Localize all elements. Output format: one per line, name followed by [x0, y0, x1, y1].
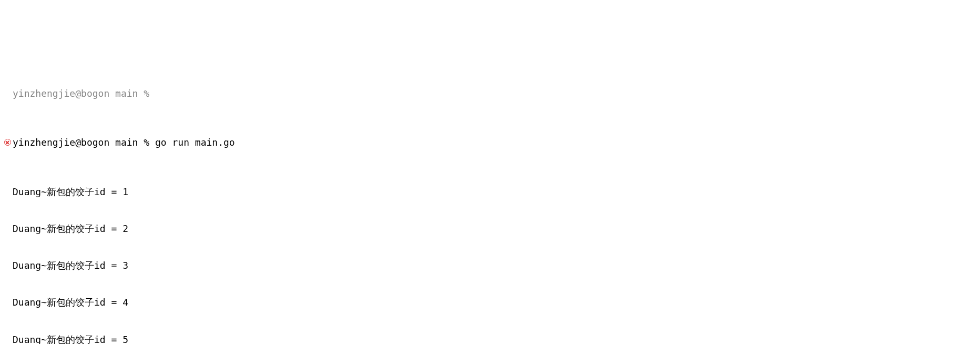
- output-text: Duang~新包的饺子id = 2: [13, 222, 980, 235]
- truncated-previous-line: yinzhengjie@bogon main %: [2, 87, 980, 99]
- prompt-symbol: %: [144, 137, 149, 148]
- error-status-icon: [4, 139, 11, 146]
- output-text: Duang~新包的饺子id = 4: [13, 296, 980, 308]
- output-line: Duang~新包的饺子id = 3: [2, 259, 980, 271]
- output-text: Duang~新包的饺子id = 1: [13, 186, 980, 198]
- command-text: go run main.go: [155, 137, 235, 148]
- output-line: Duang~新包的饺子id = 1: [2, 186, 980, 198]
- prev-text: yinzhengjie@bogon main %: [13, 87, 980, 99]
- prompt-line-1: yinzhengjie@bogon main % go run main.go: [2, 136, 980, 148]
- terminal-output[interactable]: yinzhengjie@bogon main % yinzhengjie@bog…: [0, 50, 980, 344]
- output-line: Duang~新包的饺子id = 4: [2, 296, 980, 308]
- prompt-user-host: yinzhengjie@bogon: [13, 137, 109, 148]
- output-text: Duang~新包的饺子id = 5: [13, 333, 980, 344]
- output-line: Duang~新包的饺子id = 5: [2, 333, 980, 344]
- prompt-dir: main: [115, 137, 138, 148]
- output-line: Duang~新包的饺子id = 2: [2, 222, 980, 235]
- status-gutter: [2, 136, 13, 148]
- output-text: Duang~新包的饺子id = 3: [13, 259, 980, 271]
